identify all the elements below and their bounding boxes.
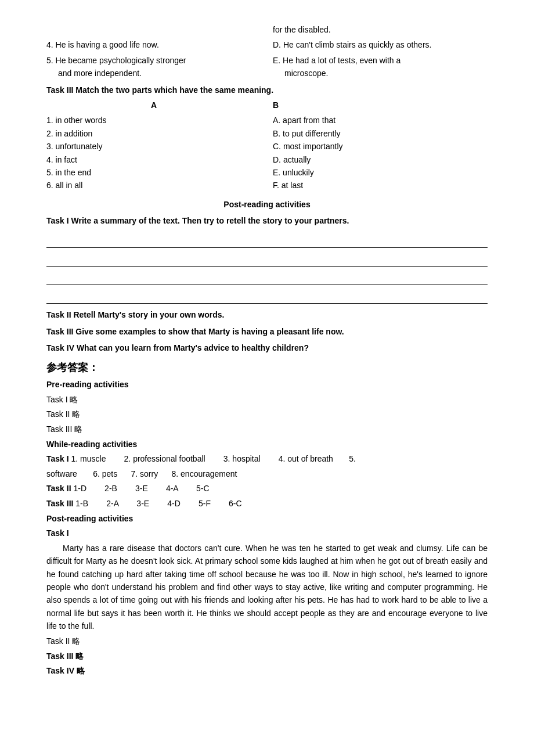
task-ii-label: Task II 略	[46, 408, 488, 420]
main-paragraph: Marty has a rare disease that doctors ca…	[46, 542, 488, 633]
col-b-header: B	[267, 99, 488, 111]
for-disabled-text: for the disabled.	[273, 25, 331, 34]
task-i-4: 4. out of breath	[279, 454, 333, 463]
pre-reading-label: Pre-reading activities	[46, 378, 488, 391]
row5-right-2: microscope.	[273, 67, 488, 80]
task-iv-ans: Task IV 略	[46, 664, 488, 677]
b-item-6: F. at last	[273, 179, 488, 192]
chinese-title: 参考答案：	[46, 359, 488, 376]
col-b-items: A. apart from that B. to put differently…	[267, 114, 488, 192]
a-item-4: 4. in fact	[46, 153, 261, 166]
task4-learn-header: Task IV What can you learn from Marty's …	[46, 341, 488, 354]
task-iii-bold: Task III	[46, 499, 73, 508]
b-item-4: D. actually	[273, 153, 488, 166]
b-item-3: C. most importantly	[273, 140, 488, 153]
task-ii-bold: Task II	[46, 484, 71, 493]
task2-retell-header: Task II Retell Marty's story in your own…	[46, 308, 488, 321]
task-i-label: Task I 略	[46, 393, 488, 406]
task1-write-header: Task I Write a summary of the text. Then…	[46, 214, 488, 227]
writing-line-3	[46, 269, 488, 285]
a-item-6: 6. all in all	[46, 179, 261, 192]
a-item-5: 5. in the end	[46, 166, 261, 179]
b-item-1: A. apart from that	[273, 114, 488, 127]
task-iii-answers: Task III 1-B 2-A 3-E 4-D 5-F 6-C	[46, 497, 488, 510]
row4-right: D. He can't climb stairs as quickly as o…	[273, 40, 431, 49]
writing-line-1	[46, 232, 488, 248]
ab-headers: A B	[46, 99, 488, 111]
task-i-5: 5.	[335, 454, 356, 463]
task-iii-ans-label: Task III 略	[46, 651, 84, 661]
row5-right-1: E. He had a lot of tests, even with a	[273, 54, 488, 67]
row5-left-1: 5. He became psychologically stronger	[46, 54, 261, 67]
task-i-answers-text: 1. muscle 2. professional football 3. ho…	[71, 454, 276, 463]
b-item-2: B. to put differently	[273, 127, 488, 140]
writing-lines	[46, 232, 488, 304]
b-item-5: E. unluckily	[273, 166, 488, 179]
row5-left-2: and more independent.	[46, 67, 261, 80]
writing-line-4	[46, 287, 488, 304]
task-iii-label: Task III 略	[46, 423, 488, 435]
ab-items: 1. in other words 2. in addition 3. unfo…	[46, 114, 488, 192]
task3-examples-header: Task III Give some examples to show that…	[46, 325, 488, 338]
task-i-answers-1: Task I 1. muscle 2. professional footbal…	[46, 452, 488, 465]
a-item-2: 2. in addition	[46, 127, 261, 140]
task3-match-header: Task III Match the two parts which have …	[46, 84, 488, 96]
task-i-answers-2: software 6. pets 7. sorry 8. encourageme…	[46, 467, 488, 480]
task-i-ans-label: Task I	[46, 527, 488, 539]
task-ii-ans: Task II 略	[46, 635, 488, 647]
writing-line-2	[46, 250, 488, 267]
col-a-items: 1. in other words 2. in addition 3. unfo…	[46, 114, 267, 192]
row4-left: 4. He is having a good life now.	[46, 40, 159, 49]
post-reading-ans-label: Post-reading activities	[46, 512, 488, 525]
a-item-3: 3. unfortunately	[46, 140, 261, 153]
task-iii-ans: Task III 略	[46, 650, 488, 663]
task-ii-ans-label: Task II 略	[46, 636, 80, 646]
row-5: 5. He became psychologically stronger an…	[46, 54, 488, 80]
task-iii-answers-text: 1-B 2-A 3-E 4-D 5-F 6-C	[75, 499, 241, 508]
row-4: 4. He is having a good life now. D. He c…	[46, 38, 488, 51]
task-i-software: software 6. pets 7. sorry 8. encourageme…	[46, 469, 237, 478]
while-reading-label: While-reading activities	[46, 438, 488, 451]
task-ii-answers-text: 1-D 2-B 3-E 4-A 5-C	[73, 484, 209, 493]
task-ii-answers: Task II 1-D 2-B 3-E 4-A 5-C	[46, 482, 488, 495]
a-item-1: 1. in other words	[46, 114, 261, 127]
col-a-header: A	[46, 99, 267, 111]
task-i-bold: Task I	[46, 454, 69, 463]
page-content: for the disabled. 4. He is having a good…	[46, 23, 488, 678]
post-reading-title: Post-reading activities	[46, 198, 488, 211]
task-iv-ans-label: Task IV 略	[46, 666, 85, 675]
